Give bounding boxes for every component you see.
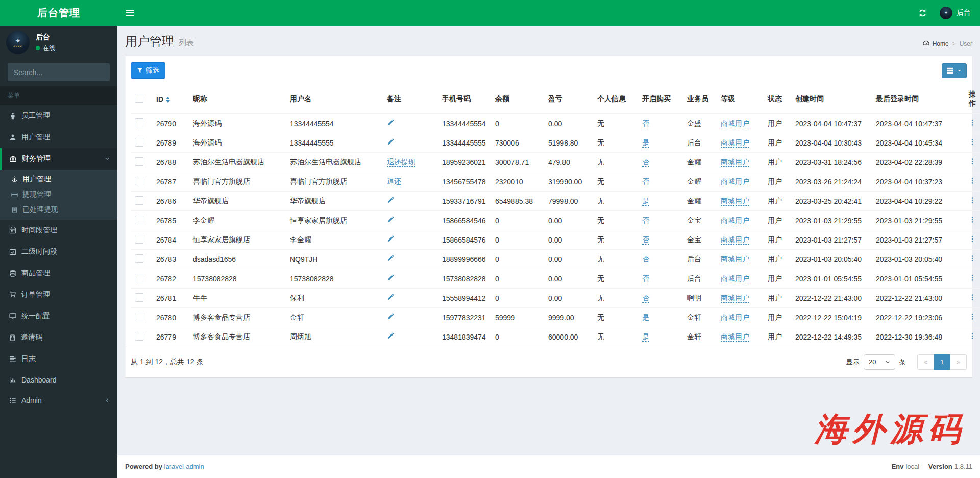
sidebar-item[interactable]: Admin xyxy=(0,390,117,411)
sidebar-item-label: 二级时间段 xyxy=(21,247,110,256)
edit-remark-icon[interactable] xyxy=(387,197,394,204)
avatar[interactable]: ✦ 2022 xyxy=(6,31,30,54)
row-actions-button[interactable] xyxy=(969,274,976,281)
edit-remark-icon[interactable] xyxy=(387,294,394,301)
level-link[interactable]: 商城用户 xyxy=(721,216,749,225)
level-link[interactable]: 商城用户 xyxy=(721,138,749,148)
pager-nav[interactable]: « xyxy=(917,354,934,370)
buy-enabled-toggle[interactable]: 否 xyxy=(642,158,649,167)
buy-enabled-toggle[interactable]: 否 xyxy=(642,274,649,283)
edit-remark-icon[interactable] xyxy=(387,119,394,126)
cell-phone: 15933716791 xyxy=(438,192,491,211)
sidebar-item[interactable]: 二级时间段 xyxy=(0,241,117,262)
row-actions-button[interactable] xyxy=(969,216,976,223)
row-checkbox[interactable] xyxy=(135,196,143,205)
edit-remark-icon[interactable] xyxy=(387,332,394,340)
sidebar-item[interactable]: 时间段管理 xyxy=(0,220,117,241)
sidebar-user-status-label[interactable]: 在线 xyxy=(43,44,55,53)
level-link[interactable]: 商城用户 xyxy=(721,235,749,245)
buy-enabled-toggle[interactable]: 否 xyxy=(642,235,649,245)
row-checkbox[interactable] xyxy=(135,293,143,302)
sort-icon[interactable] xyxy=(166,97,170,103)
level-link[interactable]: 商城用户 xyxy=(721,158,749,167)
row-checkbox[interactable] xyxy=(135,216,143,224)
sidebar-item[interactable]: 财务管理 xyxy=(0,148,117,170)
refresh-button[interactable] xyxy=(912,0,933,26)
edit-remark-icon[interactable] xyxy=(387,138,394,146)
row-actions-button[interactable] xyxy=(969,294,976,301)
per-page-select[interactable]: 20 xyxy=(864,354,895,370)
buy-enabled-toggle[interactable]: 否 xyxy=(642,255,649,264)
sidebar-item[interactable]: 订单管理 xyxy=(0,284,117,305)
pager-nav[interactable]: » xyxy=(950,354,967,370)
sidebar-item[interactable]: 员工管理 xyxy=(0,105,117,127)
sidebar-subitem[interactable]: 提现管理 xyxy=(0,187,117,202)
sidebar-subitem[interactable]: 用户管理 xyxy=(0,172,117,187)
buy-enabled-toggle[interactable]: 是 xyxy=(642,197,649,206)
level-link[interactable]: 商城用户 xyxy=(721,177,749,186)
row-checkbox[interactable] xyxy=(135,235,143,244)
filter-button[interactable]: 筛选 xyxy=(131,62,165,79)
buy-enabled-toggle[interactable]: 是 xyxy=(642,138,649,148)
level-link[interactable]: 商城用户 xyxy=(721,332,749,342)
sidebar-item[interactable]: 用户管理 xyxy=(0,127,117,148)
pager-page-current[interactable]: 1 xyxy=(934,354,950,370)
row-actions-button[interactable] xyxy=(969,255,976,262)
row-actions-button[interactable] xyxy=(969,332,976,340)
app-logo[interactable]: 后台管理 xyxy=(0,0,117,26)
edit-remark-icon[interactable] xyxy=(387,235,394,243)
level-link[interactable]: 商城用户 xyxy=(721,274,749,283)
navbar-user-menu[interactable]: ✦ 后台 xyxy=(940,7,971,19)
sidebar-item[interactable]: 统一配置 xyxy=(0,305,117,327)
edit-remark-icon[interactable] xyxy=(387,274,394,281)
row-actions-button[interactable] xyxy=(969,235,976,243)
sidebar-subitem[interactable]: 已处理提现 xyxy=(0,202,117,218)
remark-link[interactable]: 退还提现 xyxy=(387,158,415,167)
row-checkbox[interactable] xyxy=(135,138,143,147)
column-selector-button[interactable] xyxy=(942,63,967,78)
level-link[interactable]: 商城用户 xyxy=(721,119,749,128)
breadcrumb-home-link[interactable]: Home xyxy=(933,40,949,47)
level-link[interactable]: 商城用户 xyxy=(721,294,749,303)
sidebar-toggle-button[interactable] xyxy=(117,0,143,26)
level-link[interactable]: 商城用户 xyxy=(721,313,749,322)
level-link[interactable]: 商城用户 xyxy=(721,197,749,206)
row-actions-button[interactable] xyxy=(969,138,976,146)
row-checkbox[interactable] xyxy=(135,274,143,282)
edit-remark-icon[interactable] xyxy=(387,216,394,223)
row-checkbox[interactable] xyxy=(135,118,143,127)
buy-enabled-toggle[interactable]: 否 xyxy=(642,294,649,303)
row-actions-button[interactable] xyxy=(969,158,976,165)
row-checkbox[interactable] xyxy=(135,332,143,341)
cell-profit: 0.00 xyxy=(544,211,593,230)
sidebar-item[interactable]: 商品管理 xyxy=(0,262,117,284)
buy-enabled-toggle[interactable]: 否 xyxy=(642,177,649,186)
cell-username: 喜临门官方旗舰店 xyxy=(286,172,383,192)
level-link[interactable]: 商城用户 xyxy=(721,255,749,264)
sidebar-item[interactable]: Dashboard xyxy=(0,370,117,390)
row-checkbox[interactable] xyxy=(135,157,143,166)
remark-link[interactable]: 退还 xyxy=(387,177,401,186)
search-input[interactable] xyxy=(8,63,110,81)
cell-balance: 0 xyxy=(491,289,544,308)
row-actions-button[interactable] xyxy=(969,119,976,126)
buy-enabled-toggle[interactable]: 是 xyxy=(642,332,649,342)
edit-remark-icon[interactable] xyxy=(387,313,394,320)
row-actions-button[interactable] xyxy=(969,197,976,204)
edit-remark-icon[interactable] xyxy=(387,255,394,262)
sidebar-item[interactable]: 邀请码 xyxy=(0,327,117,348)
row-checkbox[interactable] xyxy=(135,254,143,263)
laravel-admin-link[interactable]: laravel-admin xyxy=(164,463,204,470)
buy-enabled-toggle[interactable]: 否 xyxy=(642,119,649,128)
row-checkbox[interactable] xyxy=(135,177,143,185)
desktop-icon xyxy=(9,313,16,320)
buy-enabled-toggle[interactable]: 是 xyxy=(642,313,649,322)
staff-icon xyxy=(9,112,16,119)
row-actions-button[interactable] xyxy=(969,177,976,184)
select-all-checkbox[interactable] xyxy=(135,94,143,103)
row-checkbox[interactable] xyxy=(135,313,143,321)
row-actions-button[interactable] xyxy=(969,313,976,320)
buy-enabled-toggle[interactable]: 否 xyxy=(642,216,649,225)
sidebar-item[interactable]: 日志 xyxy=(0,348,117,370)
cell-status: 用户 xyxy=(764,153,791,172)
